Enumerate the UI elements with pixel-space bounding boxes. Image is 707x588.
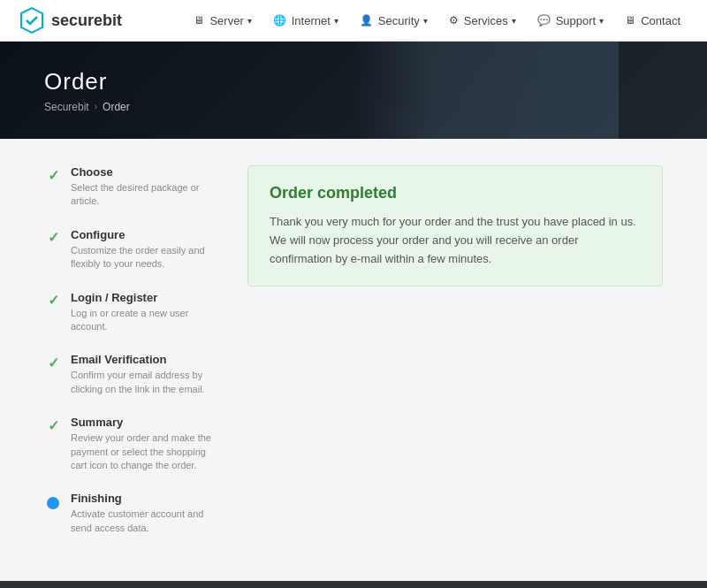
step-choose-desc: Select the desired package or article. [71, 181, 221, 209]
step-summary: ✓ Summary Review your order and make the… [44, 416, 221, 472]
brand-logo[interactable]: securebit [18, 6, 122, 34]
order-completed-box: Order completed Thank you very much for … [247, 165, 663, 286]
nav-label-server: Server [209, 14, 243, 27]
hero-section: Order Securebit › Order [0, 42, 707, 139]
step-configure-desc: Customize the order easily and flexibly … [71, 244, 221, 271]
page-title: Order [44, 68, 663, 95]
order-completed-title: Order completed [270, 184, 641, 202]
nav-label-services: Services [464, 14, 508, 27]
nav-item-security[interactable]: 👤 Security ▾ [351, 9, 437, 33]
step-finishing: Finishing Activate customer account and … [44, 492, 221, 535]
step-email-desc: Confirm your email address by clicking o… [71, 369, 221, 396]
step-choose-title: Choose [71, 165, 221, 179]
services-caret: ▾ [512, 16, 516, 26]
breadcrumb-separator: › [95, 102, 97, 111]
nav-item-contact[interactable]: 🖥 Contact [616, 9, 689, 33]
nav-item-internet[interactable]: 🌐 Internet ▾ [264, 9, 347, 33]
svg-marker-0 [21, 8, 42, 33]
step-login: ✓ Login / Register Log in or create a ne… [44, 291, 221, 334]
nav-label-contact: Contact [641, 14, 680, 27]
nav-label-support: Support [556, 14, 597, 27]
step-summary-desc: Review your order and make the payment o… [71, 431, 221, 472]
breadcrumb: Securebit › Order [44, 101, 663, 113]
breadcrumb-current: Order [103, 101, 130, 113]
step-choose-icon: ✓ [44, 166, 62, 184]
breadcrumb-home[interactable]: Securebit [44, 101, 89, 113]
step-finishing-desc: Activate customer account and send acces… [71, 508, 221, 535]
support-caret: ▾ [599, 16, 604, 26]
step-finishing-icon [44, 493, 62, 510]
nav-item-support[interactable]: 💬 Support ▾ [528, 9, 613, 33]
step-email-icon: ✓ [44, 354, 62, 371]
step-configure-icon: ✓ [44, 229, 62, 247]
main-content: ✓ Choose Select the desired package or a… [0, 139, 707, 581]
step-login-desc: Log in or create a new user account. [71, 307, 221, 334]
step-configure: ✓ Configure Customize the order easily a… [44, 228, 221, 271]
nav-label-internet: Internet [292, 14, 331, 27]
internet-icon: 🌐 [273, 14, 286, 27]
server-icon: 🖥 [194, 14, 204, 27]
step-login-title: Login / Register [71, 291, 221, 304]
security-icon: 👤 [360, 14, 373, 27]
order-completed-text: Thank you very much for your order and t… [270, 213, 641, 268]
footer: 📍 Securebit AG Industriestrasse 3 6345 N… [0, 581, 707, 588]
step-email: ✓ Email Verification Confirm your email … [44, 353, 221, 396]
nav-item-server[interactable]: 🖥 Server ▾ [185, 9, 260, 33]
navbar: securebit 🖥 Server ▾ 🌐 Internet ▾ 👤 Secu… [0, 0, 707, 42]
server-caret: ▾ [247, 16, 252, 26]
main-nav: 🖥 Server ▾ 🌐 Internet ▾ 👤 Security ▾ ⚙ S… [185, 9, 689, 33]
step-summary-icon: ✓ [44, 416, 62, 434]
step-summary-title: Summary [71, 416, 221, 429]
internet-caret: ▾ [334, 16, 338, 26]
services-icon: ⚙ [449, 14, 459, 27]
step-email-title: Email Verification [71, 353, 221, 366]
nav-item-services[interactable]: ⚙ Services ▾ [440, 9, 525, 33]
step-choose: ✓ Choose Select the desired package or a… [44, 165, 221, 209]
contact-icon: 🖥 [625, 14, 635, 27]
order-panel: Order completed Thank you very much for … [247, 165, 663, 554]
support-icon: 💬 [537, 14, 551, 27]
step-configure-title: Configure [71, 228, 221, 241]
brand-name: securebit [51, 11, 122, 30]
steps-sidebar: ✓ Choose Select the desired package or a… [44, 165, 221, 554]
step-finishing-title: Finishing [71, 492, 221, 505]
step-login-icon: ✓ [44, 292, 62, 309]
security-caret: ▾ [423, 16, 428, 26]
nav-label-security: Security [378, 14, 420, 27]
